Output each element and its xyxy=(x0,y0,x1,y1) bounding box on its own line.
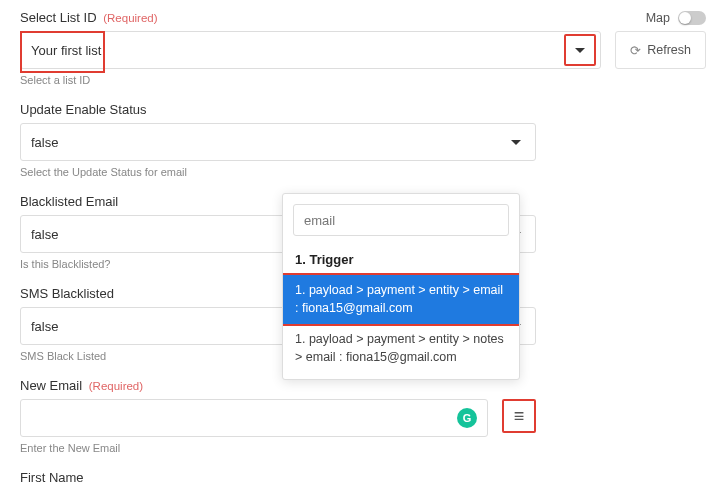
helper-new-email: Enter the New Email xyxy=(20,442,536,454)
refresh-label: Refresh xyxy=(647,43,691,57)
field-select-list-id: Select List ID (Required) Map Your first… xyxy=(20,10,706,86)
grammarly-icon: G xyxy=(457,408,477,428)
picker-menu-button[interactable]: ≡ xyxy=(502,399,536,433)
new-email-input[interactable] xyxy=(31,400,449,436)
update-status-value: false xyxy=(31,135,58,150)
picker-list[interactable]: 1. Trigger 1. payload > payment > entity… xyxy=(283,246,519,379)
sms-blacklist-value: false xyxy=(31,319,58,334)
picker-item[interactable]: 1. payload > payment > entity > email : … xyxy=(283,275,519,324)
picker-search-wrap xyxy=(283,194,519,246)
label-blacklist-email: Blacklisted Email xyxy=(20,194,118,209)
label-update-status: Update Enable Status xyxy=(20,102,146,117)
chevron-down-icon xyxy=(575,48,585,53)
field-update-status: Update Enable Status false Select the Up… xyxy=(20,102,536,178)
label-first-name: First Name xyxy=(20,470,84,485)
field-first-name: First Name xyxy=(20,470,706,485)
new-email-input-wrap: G xyxy=(20,399,488,437)
refresh-button[interactable]: ⟳ Refresh xyxy=(615,31,706,69)
map-toggle-wrap: Map xyxy=(646,11,706,25)
update-status-select[interactable]: false xyxy=(20,123,536,161)
label-list-id: Select List ID xyxy=(20,10,97,25)
picker-search-input[interactable] xyxy=(293,204,509,236)
list-id-dropdown-button[interactable] xyxy=(564,34,596,66)
chevron-down-icon xyxy=(511,140,521,145)
map-toggle[interactable] xyxy=(678,11,706,25)
picker-item[interactable]: 1. payload > payment > entity > notes > … xyxy=(283,324,519,373)
list-id-select[interactable]: Your first list xyxy=(20,31,601,69)
label-sms-blacklist: SMS Blacklisted xyxy=(20,286,114,301)
helper-update-status: Select the Update Status for email xyxy=(20,166,536,178)
helper-list-id: Select a list ID xyxy=(20,74,706,86)
blacklist-email-value: false xyxy=(31,227,58,242)
menu-icon: ≡ xyxy=(514,406,525,427)
list-id-value: Your first list xyxy=(31,43,101,58)
required-tag: (Required) xyxy=(89,380,143,392)
field-header: Select List ID (Required) Map xyxy=(20,10,706,25)
field-picker-popover: 1. Trigger 1. payload > payment > entity… xyxy=(282,193,520,380)
map-label: Map xyxy=(646,11,670,25)
refresh-icon: ⟳ xyxy=(630,43,641,58)
update-status-dropdown-button[interactable] xyxy=(503,129,529,155)
label-new-email: New Email xyxy=(20,378,82,393)
picker-section-header: 1. Trigger xyxy=(283,246,519,275)
required-tag: (Required) xyxy=(103,12,157,24)
field-new-email: New Email (Required) G ≡ Enter the New E… xyxy=(20,378,536,454)
